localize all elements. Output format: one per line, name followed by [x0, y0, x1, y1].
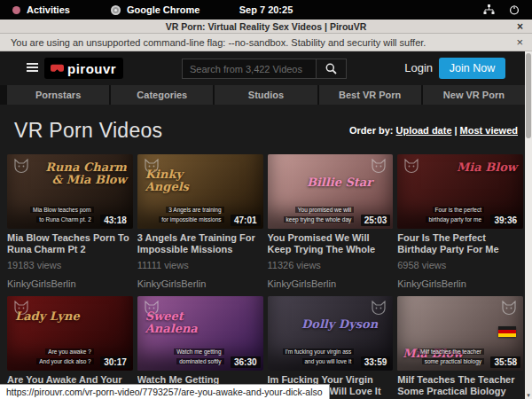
chrome-infobar: You are using an unsupported command-lin… — [0, 34, 532, 51]
status-url: https://pirouvr.com/vr-porn-video/779325… — [0, 384, 330, 399]
performer-name-overlay: Kinky Angels — [145, 168, 219, 194]
video-thumbnail[interactable]: Runa Charm & Mia BlowMia Blow teaches po… — [7, 154, 133, 229]
performer-name-overlay: Lady Lyne — [15, 310, 89, 323]
duration-badge: 36:30 — [231, 356, 261, 368]
studio-cat-logo-icon — [370, 159, 387, 174]
logo-text: pirouvr — [67, 61, 116, 76]
thumbnail-caption: I'm fucking your virgin assand you will … — [273, 348, 355, 366]
duration-badge: 33:59 — [361, 356, 391, 368]
nav-item-best-vr-porn[interactable]: Best VR Porn — [319, 85, 421, 105]
performer-name-overlay: Dolly Dyson — [293, 318, 387, 331]
tab-title: VR Porn: Virtual Reality Sex Videos | Pi… — [166, 21, 367, 32]
system-top-bar: Activities Google Chrome Sep 7 20:25 — [0, 0, 532, 20]
close-tab-icon[interactable]: × — [517, 20, 523, 33]
video-card[interactable]: Kinky Angels3 Angels are trainingfor imp… — [137, 154, 263, 289]
activities-button[interactable]: Activities — [27, 4, 70, 15]
video-card[interactable]: Runa Charm & Mia BlowMia Blow teaches po… — [7, 154, 133, 289]
studio-cat-logo-icon — [12, 159, 30, 174]
page-title: VR Porn Videos — [14, 119, 162, 143]
site-header: pirouvr Login Join Now — [0, 51, 532, 85]
video-thumbnail[interactable]: Kinky Angels3 Angels are trainingfor imp… — [137, 154, 263, 229]
thumbnail-caption: 3 Angels are trainingfor impossible miss… — [143, 206, 224, 224]
power-icon[interactable] — [509, 4, 520, 15]
activities-indicator-icon — [12, 6, 20, 14]
search-bar — [182, 59, 347, 79]
video-card[interactable]: Mia BlowFour is the perfectbirthday part… — [397, 154, 523, 289]
studio-watermark — [403, 159, 420, 177]
order-upload-date-link[interactable]: Upload date — [396, 125, 452, 136]
order-by: Order by: Upload date|Most viewed — [349, 125, 518, 136]
search-button[interactable] — [317, 59, 347, 79]
duration-badge: 35:58 — [490, 356, 520, 368]
studio-watermark — [370, 159, 387, 177]
duration-badge: 30:17 — [100, 356, 130, 368]
thumbnail-caption: You promised we willkeep trying the whol… — [273, 206, 355, 224]
duration-badge: 39:36 — [490, 215, 520, 226]
scroll-down-icon[interactable]: ▾ — [525, 392, 532, 399]
duration-badge: 43:18 — [100, 215, 130, 226]
video-thumbnail[interactable]: Sweet AnalenaWatch me gettingdominated s… — [137, 296, 263, 371]
performer-name-overlay: Billie Star — [293, 176, 387, 189]
order-separator: | — [455, 125, 458, 136]
order-by-label: Order by: — [349, 125, 394, 136]
video-title[interactable]: Milf Teaches The Teacher Some Practical … — [397, 374, 523, 397]
video-grid: Runa Charm & Mia BlowMia Blow teaches po… — [0, 154, 532, 399]
studio-link[interactable]: KinkyGirlsBerlin — [137, 278, 263, 289]
video-thumbnail[interactable]: Lady LyneAre you awake ?And your dick al… — [7, 296, 133, 371]
infobar-close-icon[interactable]: × — [516, 35, 523, 49]
scrollbar[interactable]: ▾ — [525, 51, 532, 399]
nav-item-new-vr-porn[interactable]: New VR Porn — [423, 85, 525, 105]
focused-app-menu[interactable]: Google Chrome — [127, 4, 200, 15]
studio-watermark — [500, 301, 518, 319]
nav-item-pornstars[interactable]: Pornstars — [7, 85, 109, 105]
nav-item-categories[interactable]: Categories — [111, 85, 213, 105]
login-link[interactable]: Login — [404, 61, 433, 74]
system-clock[interactable]: Sep 7 20:25 — [239, 4, 293, 15]
video-title[interactable]: 3 Angels Are Training For Impossible Mis… — [137, 232, 263, 255]
chrome-icon — [111, 5, 121, 15]
video-views: 11111 views — [137, 260, 263, 270]
network-icon — [483, 4, 495, 15]
video-title[interactable]: You Promised We Will Keep Trying The Who… — [268, 232, 394, 255]
nav-item-studios[interactable]: Studios — [215, 85, 317, 105]
video-views: 11326 views — [268, 260, 394, 270]
video-thumbnail[interactable]: Mia BlowMilf teaches the teachersome pra… — [397, 296, 523, 371]
thumbnail-caption: Four is the perfectbirthday party for me — [403, 206, 484, 224]
thumbnail-caption: Watch me gettingdominated softly — [143, 348, 224, 366]
studio-link[interactable]: KinkyGirlsBerlin — [7, 278, 133, 289]
page-viewport: pirouvr Login Join Now PornstarsCategori… — [0, 51, 532, 399]
studio-watermark — [12, 159, 30, 177]
order-most-viewed-link[interactable]: Most viewed — [460, 125, 518, 136]
thumbnail-caption: Are you awake ?And your dick also ? — [12, 348, 94, 366]
search-icon — [325, 63, 337, 74]
studio-watermark — [370, 301, 387, 319]
video-title[interactable]: Four Is The Perfect Birthday Party For M… — [397, 232, 523, 255]
menu-icon[interactable] — [27, 63, 38, 74]
thumbnail-caption: Milf teaches the teachersome practical b… — [403, 348, 484, 366]
performer-name-overlay: Sweet Analena — [145, 310, 219, 336]
studio-cat-logo-icon — [370, 301, 387, 316]
video-title[interactable]: Mia Blow Teaches Porn To Runa Charm Pt 2 — [7, 232, 133, 255]
duration-badge: 25:03 — [361, 215, 391, 226]
performer-name-overlay: Mia Blow — [433, 161, 517, 174]
video-card[interactable]: Mia BlowMilf teaches the teachersome pra… — [397, 296, 523, 399]
status-url-text: https://pirouvr.com/vr-porn-video/779325… — [6, 387, 323, 397]
browser-title-bar: VR Porn: Virtual Reality Sex Videos | Pi… — [0, 20, 532, 34]
video-views: 19183 views — [7, 260, 133, 270]
join-now-button[interactable]: Join Now — [439, 58, 505, 79]
video-thumbnail[interactable]: Billie StarYou promised we willkeep tryi… — [268, 154, 394, 229]
vr-headset-icon — [50, 64, 65, 73]
studio-cat-logo-icon — [500, 301, 518, 316]
scrollbar-thumb[interactable] — [526, 53, 531, 138]
german-flag-icon — [498, 326, 516, 337]
site-logo[interactable]: pirouvr — [44, 58, 123, 79]
studio-link[interactable]: KinkyGirlsBerlin — [397, 278, 523, 289]
video-thumbnail[interactable]: Dolly DysonI'm fucking your virgin assan… — [268, 296, 394, 371]
video-thumbnail[interactable]: Mia BlowFour is the perfectbirthday part… — [397, 154, 523, 229]
video-card[interactable]: Billie StarYou promised we willkeep tryi… — [268, 154, 394, 289]
studio-cat-logo-icon — [403, 159, 420, 174]
performer-name-overlay: Runa Charm & Mia Blow — [43, 161, 127, 187]
duration-badge: 47:01 — [231, 215, 261, 226]
studio-link[interactable]: KinkyGirlsBerlin — [268, 278, 394, 289]
search-input[interactable] — [182, 59, 317, 79]
